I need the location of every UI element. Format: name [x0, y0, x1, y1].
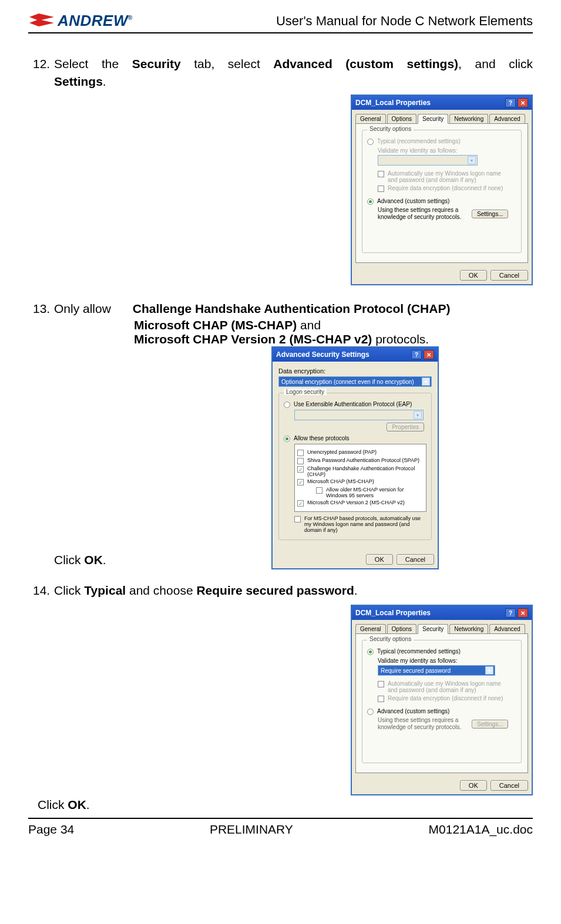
checkbox-icon — [297, 450, 304, 456]
tab-advanced[interactable]: Advanced — [489, 624, 525, 634]
tab-options[interactable]: Options — [387, 114, 416, 124]
text: Click — [54, 584, 84, 597]
label: Allow older MS-CHAP version for Windows … — [326, 487, 424, 498]
label: Microsoft CHAP Version 2 (MS-CHAP v2) — [307, 500, 405, 505]
checkbox-icon — [297, 458, 304, 464]
step-13-row2: Click OK. Advanced Security Settings ? ✕… — [33, 346, 533, 569]
cancel-button[interactable]: Cancel — [397, 554, 434, 565]
radio-typical[interactable]: Typical (recommended settings) — [367, 138, 516, 145]
security-options-group: Security options Typical (recommended se… — [362, 640, 522, 763]
screenshot-1-container: DCM_Local Properties ? ✕ General Options… — [33, 95, 533, 285]
step-12-cont: Settings. — [33, 75, 533, 89]
close-icon[interactable]: ✕ — [424, 350, 434, 359]
radio-icon — [367, 709, 374, 715]
text: . — [354, 584, 358, 597]
radio-advanced[interactable]: Advanced (custom settings) — [367, 198, 516, 205]
label: Advanced (custom settings) — [377, 708, 449, 714]
checkbox-icon — [378, 186, 384, 192]
checkbox-require-encryption: Require data encryption (disconnect if n… — [378, 185, 516, 192]
tab-general[interactable]: General — [355, 114, 386, 124]
button-row: OK Cancel — [273, 551, 438, 568]
encryption-label: Data encryption: — [278, 367, 432, 375]
radio-eap[interactable]: Use Extensible Authentication Protocol (… — [284, 401, 426, 408]
help-icon[interactable]: ? — [505, 98, 516, 107]
tab-advanced[interactable]: Advanced — [489, 114, 525, 124]
tab-security[interactable]: Security — [418, 624, 448, 634]
tab-strip: General Options Security Networking Adva… — [352, 620, 532, 633]
checkbox-chap[interactable]: ✓ Challenge Handshake Authentication Pro… — [297, 466, 424, 477]
checkbox-icon — [378, 171, 384, 177]
tab-general[interactable]: General — [355, 624, 386, 634]
checkbox-icon — [294, 516, 301, 522]
settings-button[interactable]: Settings... — [472, 210, 508, 218]
checkbox-mschapv2[interactable]: ✓ Microsoft CHAP Version 2 (MS-CHAP v2) — [297, 500, 424, 507]
text: . — [103, 75, 106, 88]
cancel-button[interactable]: Cancel — [491, 780, 528, 791]
checkbox-auto-logon[interactable]: Automatically use my Windows logon name … — [378, 680, 516, 693]
label: Automatically use my Windows logon name … — [388, 170, 505, 183]
group-label: Logon security — [284, 389, 327, 395]
tab-networking[interactable]: Networking — [449, 114, 488, 124]
label: Require data encryption (disconnect if n… — [388, 695, 503, 702]
checkbox-icon — [378, 696, 384, 702]
security-options-group: Security options Typical (recommended se… — [362, 130, 522, 253]
text: , and click — [458, 57, 533, 70]
eap-dropdown: ▾ — [294, 410, 424, 420]
checkbox-auto-logon: Automatically use my Windows logon name … — [378, 170, 516, 183]
radio-icon — [284, 402, 290, 408]
text: Click — [38, 798, 68, 811]
status-text: PRELIMINARY — [210, 822, 293, 837]
validate-label: Validate my identity as follows: — [378, 147, 516, 154]
tab-networking[interactable]: Networking — [449, 624, 488, 634]
step-body: Only allow Challenge Handshake Authentic… — [54, 302, 533, 316]
ok-button[interactable]: OK — [460, 270, 487, 281]
click-ok-final: Click OK. — [33, 798, 533, 812]
checkbox-spap[interactable]: Shiva Password Authentication Protocol (… — [297, 457, 424, 464]
radio-advanced[interactable]: Advanced (custom settings) — [367, 708, 516, 715]
radio-icon — [284, 436, 290, 442]
ok-button[interactable]: OK — [460, 780, 487, 791]
text: Select the — [54, 57, 132, 70]
titlebar: Advanced Security Settings ? ✕ — [273, 348, 438, 362]
encryption-dropdown[interactable]: Optional encryption (connect even if no … — [278, 376, 432, 387]
checkbox-pap[interactable]: Unencrypted password (PAP) — [297, 449, 424, 456]
help-icon[interactable]: ? — [411, 350, 422, 359]
properties-dialog-3: DCM_Local Properties ? ✕ General Options… — [351, 605, 533, 795]
logon-security-group: Logon security Use Extensible Authentica… — [278, 393, 432, 540]
label: Allow these protocols — [294, 435, 350, 441]
text: tab, select — [181, 57, 274, 70]
bold-text: Require secured password — [196, 584, 354, 597]
titlebar-text: Advanced Security Settings — [276, 350, 369, 359]
checkbox-icon — [316, 487, 323, 494]
text: Click — [54, 553, 84, 566]
radio-typical[interactable]: Typical (recommended settings) — [367, 648, 516, 655]
dropdown-value: Optional encryption (connect even if no … — [281, 379, 414, 385]
validate-label: Validate my identity as follows: — [378, 657, 516, 664]
cancel-button[interactable]: Cancel — [491, 270, 528, 281]
checkbox-mschap-old[interactable]: Allow older MS-CHAP version for Windows … — [316, 487, 424, 498]
bold-text: Microsoft CHAP (MS-CHAP) — [134, 318, 297, 332]
tab-options[interactable]: Options — [387, 624, 416, 634]
checkbox-require-encryption[interactable]: Require data encryption (disconnect if n… — [378, 695, 516, 702]
label: Use Extensible Authentication Protocol (… — [294, 401, 412, 407]
validate-dropdown[interactable]: Require secured password ▾ — [378, 665, 495, 676]
validate-dropdown: ▾ — [378, 155, 478, 166]
checkbox-icon: ✓ — [297, 500, 304, 507]
bold-text: Advanced (custom settings) — [273, 57, 458, 70]
label: Advanced (custom settings) — [377, 198, 449, 204]
radio-icon — [367, 649, 374, 655]
group-label: Security options — [367, 636, 414, 642]
text: and choose — [126, 584, 196, 597]
label: Challenge Handshake Authentication Proto… — [307, 466, 424, 477]
text: and — [297, 318, 321, 332]
tab-panel: Security options Typical (recommended se… — [355, 633, 528, 773]
tab-security[interactable]: Security — [418, 114, 448, 124]
radio-allow-protocols[interactable]: Allow these protocols — [284, 435, 426, 442]
ok-button[interactable]: OK — [366, 554, 393, 565]
close-icon[interactable]: ✕ — [518, 98, 528, 107]
close-icon[interactable]: ✕ — [518, 608, 528, 618]
checkbox-winlogon[interactable]: For MS-CHAP based protocols, automatical… — [294, 515, 426, 533]
checkbox-mschap[interactable]: ✓ Microsoft CHAP (MS-CHAP) — [297, 478, 424, 485]
titlebar: DCM_Local Properties ? ✕ — [352, 96, 532, 110]
help-icon[interactable]: ? — [505, 608, 516, 618]
